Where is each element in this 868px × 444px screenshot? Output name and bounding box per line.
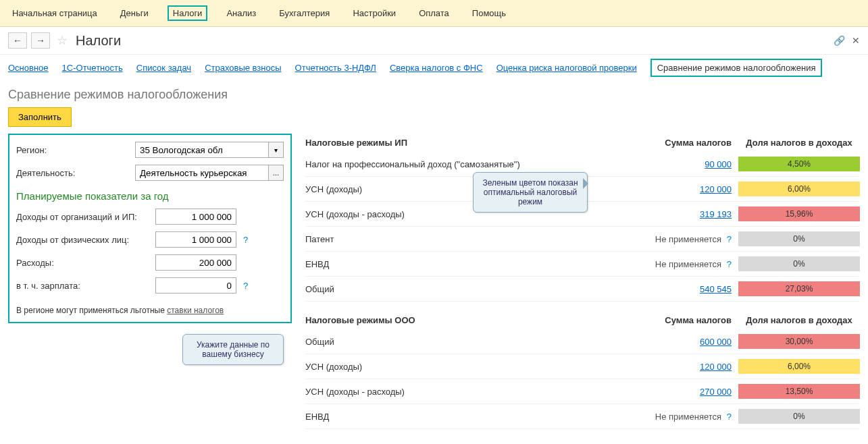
tax-sum-link[interactable]: 120 000 [700,362,732,372]
table-header-ooo: Налоговые режимы ОООСумма налоговДоля на… [305,311,860,329]
salary-label: в т. ч. зарплата: [16,281,151,291]
tax-sum-link[interactable]: 90 000 [705,159,732,169]
tax-sum-link[interactable]: 600 000 [700,337,732,347]
table-header-ip: Налоговые режимы ИПСумма налоговДоля нал… [305,134,860,152]
menu-accounting[interactable]: Бухгалтерия [275,5,334,21]
rates-note: В регионе могут применяться льготные ста… [16,306,284,315]
tax-sum: 120 000 [637,184,738,194]
tax-row: Общий600 00030,00% [305,329,860,354]
toolbar: ← → ☆ Налоги 🔗 ✕ [0,27,868,55]
income-org-label: Доходы от организаций и ИП: [16,212,151,222]
not-applied-text: Не применяется [655,234,721,244]
tax-row: ПатентНе применяется ?0% [305,227,860,252]
share-bar: 30,00% [738,334,860,349]
subnav-ndfl[interactable]: Отчетность 3-НДФЛ [295,63,376,73]
menu-start[interactable]: Начальная страница [8,5,101,21]
top-menu: Начальная страница Деньги Налоги Анализ … [0,0,868,27]
tax-sum: 319 193 [637,209,738,219]
menu-settings[interactable]: Настройки [349,5,400,21]
help-icon[interactable]: ? [727,259,732,269]
subnav-main[interactable]: Основное [8,63,49,73]
tax-name: Общий [305,284,637,294]
fill-button[interactable]: Заполнить [8,107,72,127]
section-title: Сравнение режимов налогообложения [8,88,860,102]
tax-name: УСН (доходы) [305,362,637,372]
income-phys-label: Доходы от физических лиц: [16,235,151,245]
share-bar: 6,00% [738,182,860,196]
expenses-label: Расходы: [16,258,151,268]
help-icon[interactable]: ? [243,281,248,291]
share-bar: 4,50% [738,157,860,171]
subnav-insurance[interactable]: Страховые взносы [205,63,281,73]
menu-taxes[interactable]: Налоги [168,5,208,21]
tax-row: УСН (доходы)120 0006,00% [305,354,860,379]
tax-name: Патент [305,234,637,244]
tax-sum: 120 000 [637,362,738,372]
tax-row: ЕНВДНе применяется ?0% [305,404,860,429]
share-bar: 0% [738,409,860,424]
help-icon[interactable]: ? [243,235,248,245]
tax-sum: 600 000 [637,337,738,347]
tax-sum: 90 000 [637,159,738,169]
activity-picker-button[interactable]: … [269,165,284,181]
tax-name: Налог на профессиональный доход ("самоза… [305,159,637,169]
menu-money[interactable]: Деньги [116,5,153,21]
subnav-tasks[interactable]: Список задач [136,63,191,73]
callout-optimal-hint: Зеленым цветом показан оптимальный налог… [473,172,588,213]
income-org-input[interactable] [155,209,236,225]
salary-input[interactable] [155,277,236,294]
menu-payment[interactable]: Оплата [415,5,453,21]
tax-sum-link[interactable]: 319 193 [700,209,732,219]
tax-sum-link[interactable]: 270 000 [700,387,732,397]
tax-sum: Не применяется ? [637,259,738,269]
tax-name: ЕНВД [305,259,637,269]
income-phys-input[interactable] [155,231,236,248]
tax-sum: Не применяется ? [637,412,738,422]
menu-help[interactable]: Помощь [468,5,510,21]
tax-sum: 540 545 [637,284,738,294]
subnav-reconcile[interactable]: Сверка налогов с ФНС [390,63,483,73]
planned-header: Планируемые показатели за год [16,190,284,202]
share-bar: 0% [738,256,860,271]
input-panel: Регион: ▾ Деятельность: … Планируемые по… [8,134,292,323]
tax-sum-link[interactable]: 120 000 [700,184,732,194]
tax-name: УСН (доходы - расходы) [305,209,637,219]
tax-name: ЕНВД [305,412,637,422]
help-icon[interactable]: ? [727,234,732,244]
subnav-reporting[interactable]: 1С-Отчетность [62,63,123,73]
not-applied-text: Не применяется [655,412,721,422]
share-bar: 15,96% [738,206,860,221]
not-applied-text: Не применяется [655,259,721,269]
nav-forward-button[interactable]: → [31,32,50,49]
tax-name: Общий [305,337,637,347]
share-bar: 13,50% [738,384,860,399]
close-icon[interactable]: ✕ [852,35,860,46]
tax-row: УСН (доходы - расходы)270 00013,50% [305,379,860,404]
expenses-input[interactable] [155,254,236,271]
subnav-compare[interactable]: Сравнение режимов налогообложения [650,59,823,77]
tax-name: УСН (доходы - расходы) [305,387,637,397]
tax-sum-link[interactable]: 540 545 [700,284,732,294]
subnav: Основное 1С-Отчетность Список задач Стра… [0,55,868,81]
tax-sum: 270 000 [637,387,738,397]
share-bar: 27,03% [738,281,860,296]
help-icon[interactable]: ? [727,412,732,422]
region-input[interactable] [135,142,269,158]
share-bar: 6,00% [738,359,860,374]
tax-row: Общий540 54527,03% [305,277,860,302]
share-bar: 0% [738,231,860,246]
region-label: Регион: [16,145,131,155]
nav-back-button[interactable]: ← [8,32,27,49]
subnav-risk[interactable]: Оценка риска налоговой проверки [496,63,637,73]
menu-analysis[interactable]: Анализ [222,5,260,21]
activity-label: Деятельность: [16,168,131,178]
link-icon[interactable]: 🔗 [834,35,845,46]
activity-input[interactable] [135,165,269,181]
favorite-icon[interactable]: ☆ [57,33,68,48]
tax-row: ЕНВДНе применяется ?0% [305,252,860,277]
region-dropdown-button[interactable]: ▾ [269,142,284,158]
page-title: Налоги [76,33,121,49]
tax-rates-link[interactable]: ставки налогов [167,306,224,315]
tax-sum: Не применяется ? [637,234,738,244]
callout-input-hint: Укажите данные по вашему бизнесу [182,334,284,365]
